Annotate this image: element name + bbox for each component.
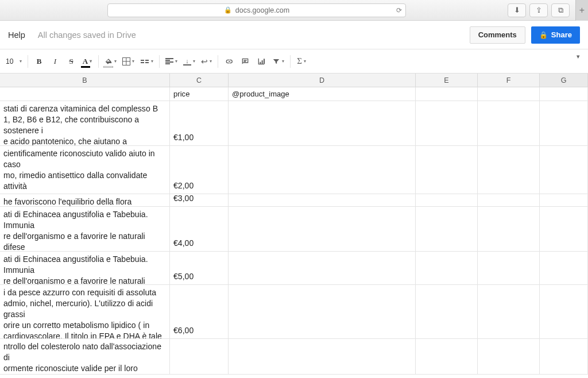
cell-C[interactable]: €4,00 [170, 207, 229, 251]
font-size-select[interactable]: 10 [3, 54, 24, 69]
cell-D[interactable] [229, 194, 416, 206]
cell-D[interactable] [229, 101, 416, 145]
cell-E[interactable] [416, 101, 478, 145]
spreadsheet-grid[interactable]: B C D E F G price@product_image stati di… [0, 74, 588, 378]
formatting-toolbar: 10 B I S A ↩ Σ [0, 49, 588, 74]
cell-G[interactable] [540, 194, 588, 206]
cell-F[interactable] [478, 146, 540, 194]
cell-E[interactable] [416, 87, 478, 101]
font-size-value: 10 [6, 57, 13, 65]
cell-B[interactable]: he favoriscono l'equilibrio della flora … [0, 194, 170, 206]
horizontal-align-button[interactable] [163, 54, 180, 69]
column-header-G[interactable]: G [540, 74, 588, 87]
cell-C[interactable]: €5,00 [170, 252, 229, 284]
cell-F[interactable] [478, 339, 540, 374]
cell-E[interactable] [416, 207, 478, 251]
cell-G[interactable] [540, 207, 588, 251]
strikethrough-button[interactable]: S [64, 54, 79, 69]
chart-icon [257, 57, 266, 66]
vertical-align-button[interactable] [181, 54, 198, 69]
cell-B[interactable] [0, 87, 170, 101]
insert-chart-button[interactable] [254, 54, 269, 69]
cell-B[interactable]: i da pesce azzurro con requisiti di asso… [0, 285, 170, 338]
cell-B[interactable]: cientificamente riconosciuto valido aiut… [0, 146, 170, 194]
insert-link-button[interactable] [222, 54, 237, 69]
fill-color-button[interactable] [102, 54, 119, 69]
column-header-E[interactable]: E [416, 74, 478, 87]
cell-C[interactable]: €3,00 [170, 194, 229, 206]
table-row: ati di Echinacea angustifolia e Tabebuia… [0, 207, 588, 252]
cell-G[interactable] [540, 285, 588, 338]
url-field[interactable]: 🔒 docs.google.com ⟳ [107, 3, 406, 17]
filter-button[interactable] [270, 54, 287, 69]
cell-B[interactable]: ati di Echinacea angustifolia e Tabebuia… [0, 207, 170, 251]
document-action-bar: Help All changes saved in Drive Comments… [0, 21, 588, 49]
share-os-icon: ⇪ [536, 6, 542, 14]
cell-text: €1,00 [173, 132, 194, 143]
table-row: ntrollo del colesterolo nato dall'associ… [0, 339, 588, 375]
text-color-button[interactable]: A [80, 54, 95, 69]
bold-button[interactable]: B [32, 54, 47, 69]
new-tab-button[interactable]: + [575, 0, 588, 21]
tabs-icon: ⧉ [558, 6, 563, 15]
cell-E[interactable] [416, 194, 478, 206]
cell-F[interactable] [478, 101, 540, 145]
cell-G[interactable] [540, 101, 588, 145]
tab-overview-button[interactable]: ⧉ [551, 3, 570, 17]
cell-text: ati di Echinacea angustifolia e Tabebuia… [3, 254, 166, 284]
separator [159, 55, 160, 68]
cell-E[interactable] [416, 146, 478, 194]
separator [218, 55, 218, 68]
cell-B[interactable]: ntrollo del colesterolo nato dall'associ… [0, 339, 170, 374]
cell-F[interactable] [478, 194, 540, 206]
cell-E[interactable] [416, 252, 478, 284]
downloads-button[interactable]: ⬇ [508, 3, 526, 17]
cell-D[interactable] [229, 339, 416, 374]
column-header-F[interactable]: F [478, 74, 540, 87]
table-row: stati di carenza vitaminica del compless… [0, 101, 588, 146]
cell-G[interactable] [540, 87, 588, 101]
cell-E[interactable] [416, 339, 478, 374]
cell-C[interactable]: €2,00 [170, 146, 229, 194]
help-menu[interactable]: Help [8, 30, 25, 40]
merge-cells-button[interactable] [138, 54, 156, 69]
cell-C[interactable]: €1,00 [170, 101, 229, 145]
cell-C[interactable]: price [170, 87, 229, 101]
column-header-B[interactable]: B [0, 74, 170, 87]
borders-button[interactable] [120, 54, 137, 69]
text-wrap-button[interactable]: ↩ [199, 54, 214, 69]
insert-comment-button[interactable] [238, 54, 253, 69]
cell-D[interactable] [229, 207, 416, 251]
reload-icon[interactable]: ⟳ [396, 6, 402, 14]
cell-G[interactable] [540, 339, 588, 374]
cell-E[interactable] [416, 285, 478, 338]
column-header-C[interactable]: C [170, 74, 229, 87]
cell-D[interactable] [229, 146, 416, 194]
cell-text: €2,00 [173, 180, 194, 191]
share-button[interactable]: 🔒 Share [531, 26, 580, 44]
cell-D[interactable]: @product_image [229, 87, 416, 101]
functions-button[interactable]: Σ [294, 54, 309, 69]
grid-icon [122, 57, 130, 65]
cell-F[interactable] [478, 252, 540, 284]
share-sheet-button[interactable]: ⇪ [529, 3, 548, 17]
cell-G[interactable] [540, 252, 588, 284]
cell-B[interactable]: stati di carenza vitaminica del compless… [0, 101, 170, 145]
comments-button[interactable]: Comments [470, 26, 525, 44]
italic-button[interactable]: I [48, 54, 63, 69]
collapse-menus-icon[interactable]: ▾ [577, 53, 580, 60]
cell-text: ati di Echinacea angustifolia e Tabebuia… [3, 209, 166, 251]
cell-G[interactable] [540, 146, 588, 194]
column-header-D[interactable]: D [229, 74, 416, 87]
cell-F[interactable] [478, 285, 540, 338]
cell-F[interactable] [478, 207, 540, 251]
separator [290, 55, 291, 68]
cell-D[interactable] [229, 252, 416, 284]
cell-C[interactable]: €6,00 [170, 285, 229, 338]
cell-C[interactable] [170, 339, 229, 374]
table-row: price@product_image [0, 87, 588, 101]
cell-F[interactable] [478, 87, 540, 101]
cell-B[interactable]: ati di Echinacea angustifolia e Tabebuia… [0, 252, 170, 284]
separator [28, 55, 28, 68]
cell-D[interactable] [229, 285, 416, 338]
